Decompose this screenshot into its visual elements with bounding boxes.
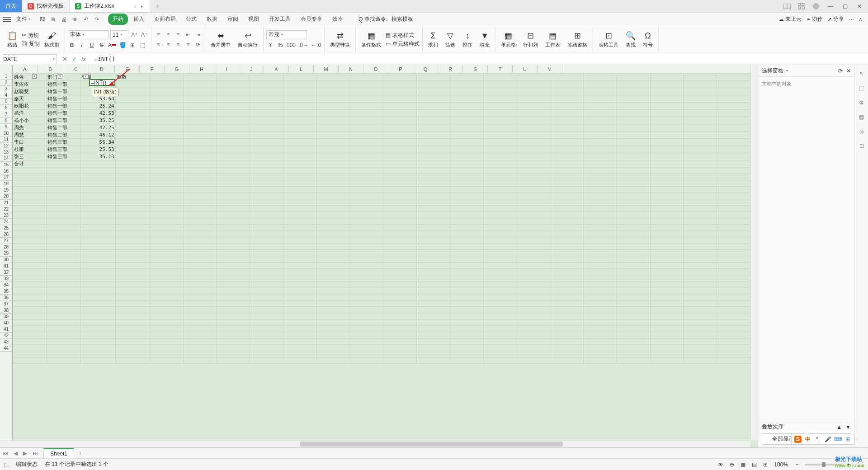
side-pin-icon[interactable]: ◎ [858, 127, 866, 136]
cell[interactable]: 部门 [46, 74, 80, 81]
row-header-11[interactable]: 11 [0, 136, 12, 143]
cell[interactable] [717, 124, 750, 132]
cell[interactable] [350, 124, 383, 132]
cell[interactable] [217, 153, 250, 160]
cell[interactable] [450, 225, 484, 231]
cell[interactable] [183, 110, 217, 117]
cell[interactable] [550, 180, 584, 187]
cell[interactable]: 42.53 [81, 110, 115, 117]
menutab-dev[interactable]: 开发工具 [264, 14, 295, 25]
cell[interactable] [81, 301, 115, 307]
cell[interactable] [450, 263, 484, 269]
cell[interactable] [217, 301, 250, 307]
cell[interactable] [650, 244, 684, 250]
cell[interactable]: 销售三部 [46, 153, 80, 160]
cell[interactable] [717, 282, 750, 288]
cell[interactable] [617, 146, 650, 153]
col-header-Q[interactable]: Q [413, 65, 438, 73]
cell[interactable] [517, 187, 550, 193]
cell[interactable] [115, 307, 150, 313]
cell[interactable] [517, 174, 550, 180]
cell[interactable] [13, 174, 47, 180]
cell[interactable] [684, 231, 717, 237]
cell[interactable] [550, 351, 584, 357]
cell[interactable] [584, 160, 617, 168]
cell[interactable] [417, 132, 450, 139]
cell[interactable] [617, 174, 650, 180]
row-header-37[interactable]: 37 [0, 301, 12, 307]
cell[interactable] [283, 294, 317, 301]
cell[interactable] [183, 153, 217, 160]
cell[interactable] [483, 351, 517, 357]
cell[interactable] [684, 225, 717, 231]
cell[interactable] [13, 332, 47, 338]
cell[interactable] [417, 313, 450, 320]
cell[interactable] [13, 256, 47, 263]
cell[interactable] [115, 199, 150, 206]
panel-pin-icon[interactable]: ⟳ [838, 68, 843, 74]
cell[interactable] [483, 218, 517, 225]
cell[interactable] [650, 320, 684, 326]
sheet-nav-first[interactable]: ⏮ [0, 450, 11, 456]
cell[interactable] [115, 160, 150, 168]
col-header-V[interactable]: V [538, 65, 562, 73]
cell[interactable] [383, 275, 417, 282]
cell[interactable] [250, 117, 283, 124]
cell[interactable] [383, 160, 417, 168]
cell[interactable] [283, 139, 317, 146]
cell[interactable] [250, 212, 283, 218]
cell[interactable] [650, 237, 684, 244]
cell[interactable] [316, 269, 350, 275]
tabletools-button[interactable]: ⊡表格工具 [596, 30, 621, 49]
cell[interactable] [217, 237, 250, 244]
cell[interactable] [483, 313, 517, 320]
col-header-F[interactable]: F [140, 65, 165, 73]
cell[interactable] [217, 103, 250, 110]
cell[interactable] [584, 212, 617, 218]
cell[interactable] [150, 282, 184, 288]
cell[interactable] [217, 180, 250, 187]
cell[interactable] [350, 206, 383, 212]
cell[interactable] [81, 294, 115, 301]
cell[interactable] [316, 132, 350, 139]
cell[interactable] [483, 237, 517, 244]
col-header-B[interactable]: B [38, 65, 63, 73]
cell[interactable] [483, 88, 517, 95]
cell[interactable] [483, 95, 517, 103]
cell[interactable] [316, 256, 350, 263]
cell[interactable] [417, 275, 450, 282]
align-middle-icon[interactable]: ≡ [164, 31, 172, 39]
cell[interactable] [316, 231, 350, 237]
cell[interactable] [550, 187, 584, 193]
cell[interactable] [717, 193, 750, 199]
cell[interactable] [81, 218, 115, 225]
cell[interactable] [81, 250, 115, 256]
cell[interactable] [483, 132, 517, 139]
cell[interactable] [483, 244, 517, 250]
col-header-M[interactable]: M [314, 65, 339, 73]
cell[interactable] [250, 132, 283, 139]
cell[interactable] [150, 146, 184, 153]
cell[interactable] [250, 357, 283, 364]
cell[interactable] [550, 160, 584, 168]
align-bottom-icon[interactable]: ≡ [174, 31, 182, 39]
cell[interactable]: 杨洋 [13, 110, 47, 117]
cell[interactable] [383, 244, 417, 250]
find-button[interactable]: 🔍查找 [623, 30, 638, 49]
row-header-25[interactable]: 25 [0, 225, 12, 231]
cell[interactable] [450, 146, 484, 153]
cell[interactable] [150, 294, 184, 301]
cell[interactable] [650, 326, 684, 332]
font-size-select[interactable]: 11▾ [110, 30, 128, 39]
cell[interactable] [283, 231, 317, 237]
cell[interactable] [717, 301, 750, 307]
cell[interactable]: 姓名 [13, 74, 47, 81]
cell[interactable] [517, 244, 550, 250]
cell[interactable] [717, 250, 750, 256]
cell[interactable] [217, 231, 250, 237]
cell[interactable] [684, 218, 717, 225]
tab-close-icon[interactable]: ▾ [141, 4, 145, 9]
cell[interactable] [81, 275, 115, 282]
cell[interactable] [483, 338, 517, 345]
cell[interactable] [584, 313, 617, 320]
